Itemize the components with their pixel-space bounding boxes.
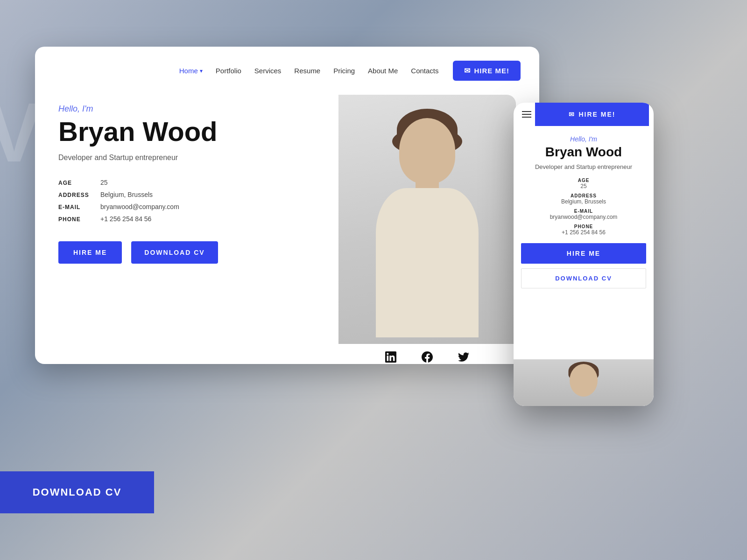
mobile-nav: ✉ HIRE ME!	[514, 103, 654, 126]
mobile-info-email: E-MAIL bryanwood@company.com	[521, 209, 646, 220]
mobile-info-address: ADDRESS Belgium, Brussels	[521, 193, 646, 205]
mobile-content: Hello, I'm Bryan Wood Developer and Star…	[514, 126, 654, 293]
mobile-tagline: Developer and Startup entrepreneur	[521, 163, 646, 170]
mobile-download-cv-button[interactable]: DOWNLOAD CV	[521, 268, 646, 288]
mobile-info-table: AGE 25 ADDRESS Belgium, Brussels E-MAIL …	[521, 178, 646, 236]
desktop-card: Home Portfolio Services Resume Pricing A…	[35, 47, 539, 364]
info-row-age: AGE 25	[58, 179, 320, 186]
mobile-info-age: AGE 25	[521, 178, 646, 189]
age-label: AGE	[58, 180, 100, 186]
nav-item-contacts[interactable]: Contacts	[411, 67, 438, 75]
person-head	[399, 118, 455, 183]
nav-item-pricing[interactable]: Pricing	[333, 67, 355, 75]
linkedin-icon[interactable]	[384, 350, 397, 364]
mobile-info-phone: PHONE +1 256 254 84 56	[521, 224, 646, 236]
phone-label: PHONE	[58, 216, 100, 223]
photo-background	[338, 95, 516, 364]
phone-value: +1 256 254 84 56	[100, 215, 151, 223]
info-table: AGE 25 ADDRESS Belgium, Brussels E-MAIL …	[58, 179, 320, 223]
mobile-age-label: AGE	[521, 178, 646, 183]
address-label: ADDRESS	[58, 192, 100, 198]
hire-me-nav-button[interactable]: ✉ HIRE ME!	[453, 61, 521, 81]
action-buttons: HIRE ME DOWNLOAD CV	[58, 241, 320, 264]
info-row-phone: PHONE +1 256 254 84 56	[58, 215, 320, 223]
mobile-hire-button[interactable]: ✉ HIRE ME!	[535, 103, 649, 126]
nav-item-portfolio[interactable]: Portfolio	[216, 67, 241, 75]
nav-items: Home Portfolio Services Resume Pricing A…	[179, 67, 439, 75]
facebook-icon[interactable]	[421, 350, 434, 364]
bg-download-label: DOWNLOAD CV	[33, 486, 122, 498]
nav-item-resume[interactable]: Resume	[294, 67, 320, 75]
name-heading: Bryan Wood	[58, 118, 320, 146]
download-cv-button[interactable]: DOWNLOAD CV	[131, 241, 218, 264]
address-value: Belgium, Brussels	[100, 191, 153, 198]
mail-icon: ✉	[464, 66, 471, 75]
mobile-age-value: 25	[521, 183, 646, 189]
social-bar	[338, 344, 516, 364]
card-content: Hello, I'm Bryan Wood Developer and Star…	[35, 95, 539, 364]
nav-item-home[interactable]: Home	[179, 67, 203, 75]
mobile-hire-me-button[interactable]: HIRE ME	[521, 243, 646, 264]
info-row-address: ADDRESS Belgium, Brussels	[58, 191, 320, 198]
profile-photo-area	[338, 95, 516, 364]
mobile-menu-button[interactable]	[518, 106, 535, 123]
person-silhouette	[338, 95, 516, 364]
email-value: bryanwood@company.com	[100, 203, 179, 210]
info-row-email: E-MAIL bryanwood@company.com	[58, 203, 320, 210]
desktop-nav: Home Portfolio Services Resume Pricing A…	[35, 47, 539, 95]
nav-item-services[interactable]: Services	[254, 67, 282, 75]
hello-text: Hello, I'm	[58, 104, 320, 114]
mobile-mail-icon: ✉	[569, 111, 575, 118]
bg-download-button: DOWNLOAD CV	[0, 471, 154, 513]
hire-me-button[interactable]: HIRE ME	[58, 241, 122, 264]
email-label: E-MAIL	[58, 204, 100, 210]
age-value: 25	[100, 179, 108, 186]
twitter-icon[interactable]	[457, 350, 470, 364]
nav-item-about[interactable]: About Me	[368, 67, 398, 75]
mobile-card: ✉ HIRE ME! Hello, I'm Bryan Wood Develop…	[514, 103, 654, 406]
mobile-phone-value: +1 256 254 84 56	[521, 229, 646, 236]
mobile-photo-area	[514, 359, 654, 406]
mobile-address-label: ADDRESS	[521, 193, 646, 198]
mobile-phone-label: PHONE	[521, 224, 646, 229]
mobile-hello-text: Hello, I'm	[521, 135, 646, 143]
hamburger-icon	[522, 111, 531, 118]
mobile-name-heading: Bryan Wood	[521, 145, 646, 160]
mobile-email-value: bryanwood@company.com	[521, 214, 646, 220]
mobile-person-photo	[514, 359, 654, 406]
person-body	[376, 188, 479, 337]
left-content: Hello, I'm Bryan Wood Developer and Star…	[58, 95, 338, 364]
tagline: Developer and Startup entrepreneur	[58, 154, 320, 162]
mobile-address-value: Belgium, Brussels	[521, 198, 646, 205]
mobile-email-label: E-MAIL	[521, 209, 646, 214]
mobile-person-head	[570, 364, 598, 397]
